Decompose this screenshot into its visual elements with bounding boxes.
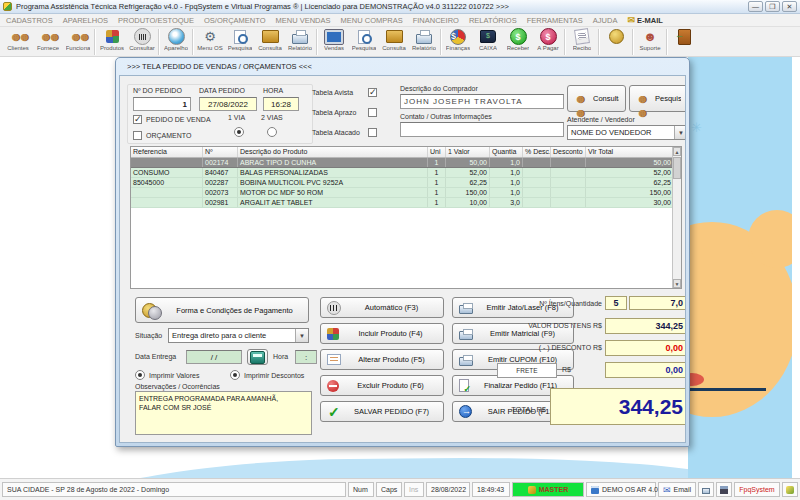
table-row[interactable]: 002981ARGALIT AET TABLET110,003,030,00 bbox=[131, 198, 681, 208]
buyer-input[interactable]: JOHN JOSEPH TRAVOLTA bbox=[400, 94, 564, 109]
menu-item-aparelhos[interactable]: APARELHOS bbox=[63, 16, 108, 25]
orcamento-checkbox[interactable]: ORÇAMENTO bbox=[133, 131, 191, 140]
payment-terms-button[interactable]: Forma e Condições de Pagamento bbox=[135, 297, 309, 323]
autom-tico-f3-button[interactable]: Automático (F3) bbox=[320, 297, 444, 318]
toolbar-button-consulta[interactable]: Consulta bbox=[255, 28, 285, 57]
demo-label: DEMO OS AR 4.0 bbox=[602, 486, 658, 493]
toolbar-button-pesquisa[interactable]: Pesquisa bbox=[225, 28, 255, 57]
consultar-button[interactable]: Consultar bbox=[567, 85, 626, 112]
frete-currency-label: R$ bbox=[562, 366, 582, 373]
toolbar-button-exit[interactable] bbox=[669, 28, 699, 57]
alterar-produto-f5-button[interactable]: Alterar Produto (F5) bbox=[320, 349, 444, 370]
delivery-date-field[interactable]: / / bbox=[186, 350, 242, 364]
pedido-venda-checkbox[interactable]: PEDIDO DE VENDA bbox=[133, 115, 211, 124]
menu-item-ferramentas[interactable]: FERRAMENTAS bbox=[527, 16, 583, 25]
table-row[interactable]: 002174ABRAC TIPO D CUNHA150,001,050,00 bbox=[131, 158, 681, 168]
toolbar-button-recibo[interactable]: Recibo bbox=[567, 28, 597, 57]
printer-icon bbox=[459, 305, 473, 314]
search-docs-icon bbox=[354, 28, 374, 45]
toolbar-button-coin[interactable] bbox=[601, 28, 631, 57]
incluir-produto-f4-button[interactable]: Incluir Produto (F4) bbox=[320, 323, 444, 344]
menu-item-menu-compras[interactable]: MENU COMPRAS bbox=[341, 16, 403, 25]
calendar-button[interactable] bbox=[247, 349, 268, 365]
order-number-field[interactable]: 1 bbox=[133, 97, 191, 111]
menu-item-financeiro[interactable]: FINANCEIRO bbox=[413, 16, 459, 25]
close-button[interactable]: ✕ bbox=[782, 1, 797, 12]
pesquisar-button[interactable]: Pesquisar bbox=[629, 85, 686, 112]
radio-imprimir-valores[interactable]: Imprimir Valores bbox=[135, 370, 199, 380]
toolbar-button-relat-rio[interactable]: Relatório bbox=[285, 28, 315, 57]
people-icon bbox=[574, 92, 588, 106]
table-cell: 002174 bbox=[203, 158, 238, 167]
observations-textarea[interactable]: ENTREGA PROGRAMADA PARA AMANHÃ, FALAR CO… bbox=[135, 391, 312, 435]
toolbar-button-caixa[interactable]: CAIXA bbox=[473, 28, 503, 57]
scroll-thumb[interactable] bbox=[673, 157, 681, 179]
table-cell: 150,00 bbox=[446, 188, 490, 197]
maximize-button[interactable]: ❐ bbox=[765, 1, 780, 12]
contact-input[interactable] bbox=[400, 122, 564, 137]
atendente-dropdown[interactable]: NOME DO VENDEDOR ▼ bbox=[567, 125, 686, 140]
scroll-down-icon[interactable]: ▼ bbox=[673, 279, 681, 288]
checkbox-tabela-avista[interactable]: Tabela Avista bbox=[312, 88, 382, 97]
toolbar-button-consultar[interactable]: Consultar bbox=[127, 28, 157, 57]
toolbar-button-consulta[interactable]: Consulta bbox=[379, 28, 409, 57]
menu-item-menu-vendas[interactable]: MENU VENDAS bbox=[276, 16, 331, 25]
table-cell: 1 bbox=[428, 158, 446, 167]
toolbar-button-clientes[interactable]: Clientes bbox=[3, 28, 33, 57]
menu-item-os-or-amento[interactable]: OS/ORÇAMENTO bbox=[204, 16, 266, 25]
menu-item-produto-estoque[interactable]: PRODUTO/ESTOQUE bbox=[118, 16, 194, 25]
delivery-time-field[interactable]: : bbox=[295, 350, 317, 364]
toolbar-button-a-pagar[interactable]: A Pagar bbox=[533, 28, 563, 57]
toolbar-button-pesquisa[interactable]: Pesquisa bbox=[349, 28, 379, 57]
via2-radio[interactable] bbox=[267, 127, 277, 137]
via1-radio[interactable] bbox=[234, 127, 244, 137]
buyer-label: Descrição do Comprador bbox=[400, 85, 478, 92]
toolbar-button-fornece[interactable]: Fornece bbox=[33, 28, 63, 57]
frete-button[interactable]: FRETE bbox=[497, 363, 557, 378]
toolbar-button-label: Aparelho bbox=[164, 45, 188, 51]
menu-item-relat-rios[interactable]: RELATÓRIOS bbox=[469, 16, 517, 25]
toolbar-button-finan-as[interactable]: Finanças bbox=[443, 28, 473, 57]
table-cell bbox=[551, 168, 586, 177]
menu-item-email[interactable]: ✉ E-MAIL bbox=[627, 16, 662, 25]
toolbar-button-funciona[interactable]: Funciona bbox=[63, 28, 93, 57]
discount-label: ( - ) DESCONTO R$ bbox=[480, 344, 602, 351]
status-network[interactable] bbox=[716, 482, 732, 497]
checkbox-tabela-aprazo[interactable]: Tabela Aprazo bbox=[312, 108, 382, 117]
salvar-pedido-f7-button[interactable]: SALVAR PEDIDO (F7) bbox=[320, 401, 444, 422]
toolbar-button-aparelho[interactable]: Aparelho bbox=[161, 28, 191, 57]
status-printer[interactable] bbox=[698, 482, 714, 497]
checkbox-tabela-atacado[interactable]: Tabela Atacado bbox=[312, 128, 382, 137]
toolbar-button-relat-rio[interactable]: Relatório bbox=[409, 28, 439, 57]
toolbar-button-suporte[interactable]: Suporte bbox=[635, 28, 665, 57]
radio-imprimir-descontos[interactable]: Imprimir Descontos bbox=[230, 370, 304, 380]
chevron-down-icon: ▼ bbox=[674, 126, 686, 139]
table-cell: BALAS PERSONALIZADAS bbox=[238, 168, 428, 177]
situacao-dropdown[interactable]: Entrega direto para o cliente ▼ bbox=[168, 328, 309, 343]
menu-item-cadastros[interactable]: CADASTROS bbox=[6, 16, 53, 25]
atendente-value: NOME DO VENDEDOR bbox=[571, 128, 651, 137]
status-email[interactable]: ✉ Email bbox=[658, 482, 696, 497]
frete-field[interactable]: 0,00 bbox=[605, 362, 686, 378]
table-row[interactable]: 85045000002287BOBINA MULTICOIL PVC 9252A… bbox=[131, 178, 681, 188]
items-value-label: VALOR DOS ITENS R$ bbox=[480, 322, 602, 329]
order-time-field[interactable]: 16:28 bbox=[263, 97, 299, 111]
minimize-button[interactable]: — bbox=[748, 1, 763, 12]
table-row[interactable]: 002073MOTOR DC MDF 50 ROM1150,001,0150,0… bbox=[131, 188, 681, 198]
toolbar-button-receber[interactable]: Receber bbox=[503, 28, 533, 57]
toolbar-separator bbox=[316, 29, 318, 55]
money-red-icon bbox=[538, 28, 558, 45]
order-time-label: HORA bbox=[263, 87, 283, 94]
order-date-label: DATA PEDIDO bbox=[199, 87, 245, 94]
toolbar-button-menu-os[interactable]: Menu OS bbox=[195, 28, 225, 57]
menu-item-ajuda[interactable]: AJUDA bbox=[593, 16, 618, 25]
toolbar-button-vendas[interactable]: Vendas bbox=[319, 28, 349, 57]
excluir-produto-f6-button[interactable]: Excluir Produto (F6) bbox=[320, 375, 444, 396]
scroll-up-icon[interactable]: ▲ bbox=[673, 147, 681, 156]
table-cell bbox=[551, 178, 586, 187]
order-date-field[interactable]: 27/08/2022 bbox=[199, 97, 257, 111]
table-cell bbox=[551, 198, 586, 207]
table-row[interactable]: CONSUMO840467BALAS PERSONALIZADAS152,001… bbox=[131, 168, 681, 178]
grid-scrollbar[interactable]: ▲ ▼ bbox=[672, 147, 681, 288]
toolbar-button-produtos[interactable]: Produtos bbox=[97, 28, 127, 57]
